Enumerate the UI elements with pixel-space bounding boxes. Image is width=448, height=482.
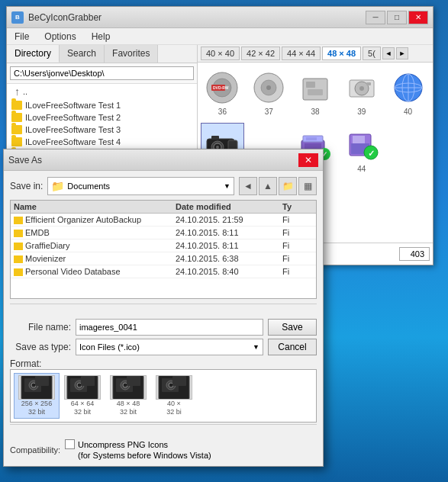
tab-search[interactable]: Search (60, 45, 105, 63)
table-row[interactable]: Personal Video Database 24.10.2015. 8:40… (11, 265, 316, 278)
row-name: EMDB (14, 228, 176, 237)
svg-rect-14 (366, 82, 371, 85)
size-tab-nav-right[interactable]: ► (396, 47, 408, 59)
minimize-button[interactable]: ─ (366, 11, 385, 24)
icon-img-40 (390, 69, 427, 106)
icon-num-37: 37 (265, 108, 273, 116)
size-tab-42[interactable]: 42 × 42 (241, 47, 280, 60)
icon-img-38 (297, 69, 334, 106)
menu-options[interactable]: Options (41, 30, 79, 43)
format-item-48[interactable]: 48 × 4832 bit (105, 373, 151, 419)
table-row[interactable]: EMDB 24.10.2015. 8:11 Fi (11, 227, 316, 239)
menu-help[interactable]: Help (89, 30, 114, 43)
row-name: Efficient Organizer AutoBackup (14, 215, 176, 224)
cancel-button[interactable]: Cancel (268, 339, 317, 355)
compat-row: Compatibility: Uncompress PNG Icons (for… (10, 439, 317, 460)
icon-num-36: 36 (218, 108, 227, 116)
format-thumb-48 (110, 375, 147, 400)
size-tab-5[interactable]: 5( (363, 47, 381, 60)
save-in-value: Documents (67, 182, 221, 191)
row-type: Fi (282, 215, 313, 224)
compat-checkbox-label: Uncompress PNG Icons (78, 440, 168, 449)
format-scrollbar[interactable] (10, 424, 317, 435)
nav-new-folder-button[interactable]: 📁 (279, 177, 297, 195)
row-type: Fi (282, 228, 313, 237)
nav-buttons: ◄ ▲ 📁 ▦ (239, 177, 317, 195)
list-item[interactable]: ILoveFreeSoftware Test 1 (7, 99, 197, 111)
list-item[interactable]: ILoveFreeSoftware Test 2 (7, 111, 197, 124)
filename-input[interactable] (76, 319, 263, 336)
row-date: 24.10.2015. 6:38 (176, 254, 282, 263)
list-item[interactable]: ILoveFreeSoftware Test 4 (7, 136, 197, 148)
folder-icon (14, 268, 23, 276)
col-name: Name (14, 202, 176, 211)
table-row[interactable]: GraffieDiary 24.10.2015. 8:11 Fi (11, 239, 316, 252)
maximize-button[interactable]: □ (387, 11, 407, 24)
row-type: Fi (282, 254, 313, 263)
size-tab-nav-left[interactable]: ◄ (382, 47, 395, 59)
row-type: Fi (282, 241, 313, 250)
format-thumb-40 (156, 375, 192, 400)
saveastype-value: Icon Files (*.ico) (79, 342, 140, 352)
format-size-label-48: 48 × 4832 bit (117, 400, 140, 416)
panel-tabs: Directory Search Favorites (7, 45, 197, 63)
tab-directory[interactable]: Directory (7, 45, 60, 63)
format-thumb-256 (18, 375, 55, 400)
save-button[interactable]: Save (268, 319, 317, 336)
compat-checkbox[interactable] (65, 439, 75, 449)
folder-icon (14, 255, 23, 263)
save-in-select[interactable]: 📁 Documents ▼ (47, 177, 234, 195)
saveastype-row: Save as type: Icon Files (*.ico) ▼ Cance… (10, 339, 317, 355)
table-row[interactable]: Efficient Organizer AutoBackup 24.10.201… (11, 214, 316, 227)
icon-cell-40[interactable]: 40 (386, 66, 430, 120)
folder-icon (14, 243, 23, 250)
folder-icon (11, 137, 22, 146)
row-date: 24.10.2015. 8:11 (176, 228, 282, 237)
saveastype-select[interactable]: Icon Files (*.ico) ▼ (76, 339, 263, 355)
up-item-label: .. (23, 87, 27, 96)
up-arrow-icon: ↑ (11, 85, 20, 98)
list-item[interactable]: ILoveFreeSoftware Test 3 (7, 124, 197, 136)
tab-favorites[interactable]: Favorites (105, 45, 158, 63)
format-label: Format: (10, 358, 41, 369)
col-date: Date modified (176, 202, 282, 211)
icon-cell-37[interactable]: 37 (247, 66, 291, 120)
svg-rect-10 (308, 89, 323, 95)
svg-text:✓: ✓ (368, 149, 375, 158)
format-item-40[interactable]: 40 ×32 bi (151, 373, 197, 419)
dialog-title: Save As (8, 155, 42, 165)
row-name: Movienizer (14, 254, 176, 263)
table-row[interactable]: Movienizer 24.10.2015. 6:38 Fi (11, 252, 316, 265)
format-item-64[interactable]: 64 × 6432 bit (60, 373, 105, 419)
save-in-label: Save in: (10, 181, 43, 191)
nav-back-button[interactable]: ◄ (239, 177, 257, 195)
icon-cell-44[interactable]: ✓ 44 (340, 123, 383, 177)
svg-rect-29 (306, 137, 317, 140)
format-item-256[interactable]: 256 × 25632 bit (14, 373, 60, 419)
close-button[interactable]: ✕ (408, 11, 428, 24)
icon-cell-39[interactable]: 39 (340, 66, 383, 120)
size-tab-44[interactable]: 44 × 44 (282, 47, 321, 60)
size-tab-40[interactable]: 40 × 40 (201, 47, 240, 60)
save-in-row: Save in: 📁 Documents ▼ ◄ ▲ 📁 ▦ (10, 177, 317, 195)
main-titlebar: B BeCyIconGrabber ─ □ ✕ (7, 7, 433, 28)
menubar: File Options Help (7, 28, 433, 45)
row-type: Fi (282, 267, 313, 276)
row-name: Personal Video Database (14, 267, 176, 276)
nav-up-button[interactable]: ▲ (259, 177, 277, 195)
row-date: 24.10.2015. 8:40 (176, 267, 282, 276)
directory-input[interactable] (10, 66, 194, 80)
file-table-header: Name Date modified Ty (11, 201, 316, 214)
horizontal-scrollbar[interactable] (10, 304, 317, 314)
file-item-up[interactable]: ↑ .. (7, 84, 197, 99)
folder-name: ILoveFreeSoftware Test 1 (25, 101, 121, 110)
dialog-close-button[interactable]: ✕ (298, 153, 318, 167)
size-tab-48[interactable]: 48 × 48 (322, 47, 361, 60)
menu-file[interactable]: File (11, 30, 32, 43)
folder-name: ILoveFreeSoftware Test 3 (25, 125, 121, 134)
icon-num-39: 39 (357, 108, 366, 116)
compat-label: Compatibility: (10, 445, 60, 455)
icon-cell-38[interactable]: 38 (294, 66, 337, 120)
icon-cell-36[interactable]: DVD-RW 36 (201, 66, 244, 120)
nav-view-button[interactable]: ▦ (298, 177, 317, 195)
